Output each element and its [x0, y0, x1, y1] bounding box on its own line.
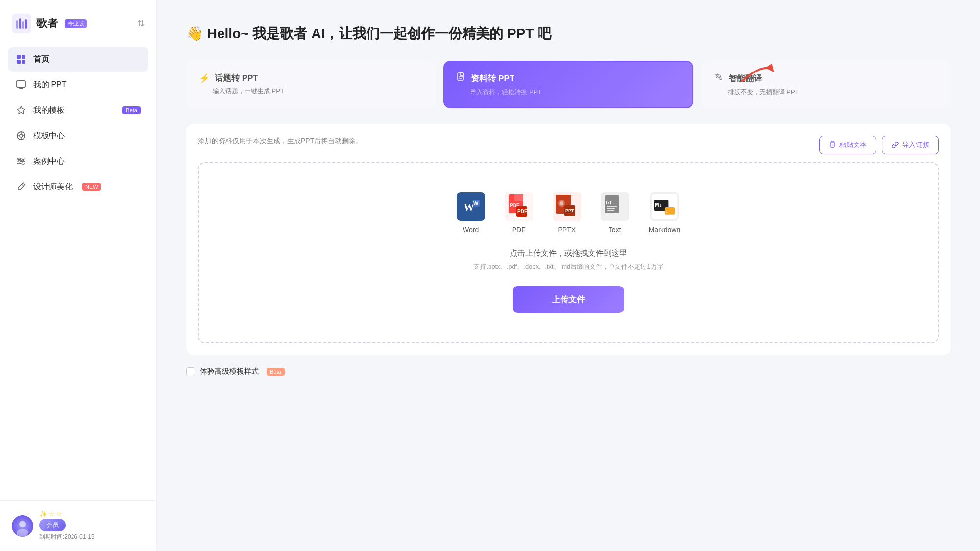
file-icon-markdown: M↓ ↓ Markdown [649, 192, 681, 234]
markdown-label: Markdown [649, 226, 681, 234]
svg-rect-3 [22, 21, 24, 29]
new-badge: NEW [82, 183, 101, 191]
svg-text:W: W [473, 200, 479, 206]
sidebar-header: 歌者 专业版 ⇅ [0, 0, 156, 43]
logo-text: 歌者 [36, 16, 58, 31]
svg-point-20 [19, 521, 26, 527]
pen-icon [16, 181, 26, 192]
tab-translate-desc: 排版不变，无损翻译 PPT [714, 88, 938, 96]
sidebar-item-label: 设计师美化 [33, 182, 73, 192]
svg-rect-8 [22, 60, 25, 64]
dropzone-main-text: 点击上传文件，或拖拽文件到这里 [473, 248, 663, 259]
advanced-template-checkbox[interactable] [186, 367, 195, 376]
sidebar-item-my-template[interactable]: 我的模板 Beta [8, 98, 148, 122]
sidebar-item-label: 案例中心 [33, 156, 65, 167]
upload-button[interactable]: 上传文件 [513, 286, 624, 313]
document-icon [456, 72, 466, 85]
tab-translate-header: 智能翻译 [714, 72, 938, 85]
layout-icon [16, 130, 26, 141]
svg-rect-5 [17, 55, 21, 59]
tab-topic-desc: 输入话题，一键生成 PPT [199, 87, 423, 96]
upload-section: 添加的资料仅用于本次生成，生成PPT后将自动删除。 粘贴文本 [186, 124, 951, 355]
user-expiry: 到期时间:2026-01-15 [39, 533, 145, 541]
sidebar-item-label: 模板中心 [33, 131, 65, 141]
tab-cards: ⚡ 话题转 PPT 输入话题，一键生成 PPT 资 [186, 61, 951, 108]
user-stars: ✨ ☆ ☆ [39, 510, 145, 518]
dropzone-text: 点击上传文件，或拖拽文件到这里 支持.pptx、.pdf、.docx、.txt、… [473, 248, 663, 271]
sidebar-footer: ✨ ☆ ☆ 会员 到期时间:2026-01-15 [0, 500, 156, 551]
star-icon [16, 105, 26, 116]
svg-rect-0 [12, 14, 31, 33]
grid-icon [16, 54, 26, 65]
sidebar-item-designer[interactable]: 设计师美化 NEW [8, 174, 148, 199]
checkbox-row: 体验高级模板样式 Beta [186, 367, 951, 376]
member-button[interactable]: 会员 [39, 519, 66, 531]
tab-cards-wrapper: ⚡ 话题转 PPT 输入话题，一键生成 PPT 资 [186, 61, 951, 108]
upload-actions: 粘贴文本 导入链接 [819, 136, 939, 154]
paste-text-button[interactable]: 粘贴文本 [819, 136, 876, 154]
svg-text:PPT: PPT [565, 208, 574, 213]
tab-topic-header: ⚡ 话题转 PPT [199, 72, 423, 84]
pptx-label: PPTX [558, 226, 576, 234]
tab-topic-title: 话题转 PPT [215, 72, 258, 84]
avatar [12, 515, 33, 537]
pdf-label: PDF [512, 226, 526, 234]
tab-material[interactable]: 资料转 PPT 导入资料，轻松转换 PPT [443, 61, 693, 108]
pro-badge: 专业版 [65, 19, 87, 28]
import-link-button[interactable]: 导入链接 [882, 136, 939, 154]
tab-material-title: 资料转 PPT [471, 73, 514, 84]
sidebar-item-my-ppt[interactable]: 我的 PPT [8, 72, 148, 97]
svg-rect-4 [25, 19, 27, 29]
file-icon-pptx: PPT PPTX [553, 192, 581, 234]
user-info: ✨ ☆ ☆ 会员 到期时间:2026-01-15 [39, 510, 145, 541]
svg-rect-28 [832, 141, 833, 143]
translate-icon [714, 72, 724, 85]
sidebar-item-label: 首页 [33, 54, 49, 65]
svg-text:W: W [464, 201, 474, 213]
svg-line-18 [22, 184, 24, 186]
user-area: ✨ ☆ ☆ 会员 到期时间:2026-01-15 [12, 510, 145, 541]
link-icon [891, 141, 899, 149]
tab-material-desc: 导入资料，轻松转换 PPT [456, 88, 680, 96]
sidebar-item-template-center[interactable]: 模板中心 [8, 123, 148, 148]
upload-tip: 添加的资料仅用于本次生成，生成PPT后将自动删除。 [198, 137, 362, 145]
file-icons: W W Word PDF [457, 192, 681, 234]
svg-text:M↓: M↓ [655, 201, 662, 209]
tab-topic[interactable]: ⚡ 话题转 PPT 输入话题，一键生成 PPT [186, 61, 436, 108]
word-label: Word [463, 226, 479, 234]
sidebar-item-home[interactable]: 首页 [8, 47, 148, 72]
navigation: 首页 我的 PPT 我的模板 Beta [0, 43, 156, 500]
text-icon: txt [601, 192, 629, 221]
file-icon-text: txt Text [601, 192, 629, 234]
svg-point-13 [20, 134, 23, 137]
svg-text:PDF: PDF [517, 209, 527, 214]
sidebar-item-case-center[interactable]: 案例中心 [8, 149, 148, 173]
logo-area: 歌者 专业版 [12, 14, 87, 33]
word-icon: W W [457, 192, 485, 221]
tab-material-header: 资料转 PPT [456, 72, 680, 85]
checkbox-beta-badge: Beta [267, 368, 285, 376]
sidebar-item-label: 我的模板 [33, 105, 65, 116]
dropzone-sub-text: 支持.pptx、.pdf、.docx、.txt、.md后缀的文件，单文件不超过1… [473, 263, 663, 271]
checkbox-label: 体验高级模板样式 [200, 367, 259, 376]
main-content: 👋 Hello~ 我是歌者 AI，让我们一起创作一份精美的 PPT 吧 ⚡ 话题… [157, 0, 980, 551]
tab-translate[interactable]: 智能翻译 排版不变，无损翻译 PPT [701, 61, 951, 108]
tab-translate-title: 智能翻译 [729, 73, 762, 84]
sidebar: 歌者 专业版 ⇅ 首页 [0, 0, 157, 551]
pdf-icon: PDF PDF [505, 192, 533, 221]
paste-icon [829, 141, 836, 149]
dropzone[interactable]: W W Word PDF [198, 162, 939, 343]
svg-rect-7 [17, 60, 21, 64]
markdown-icon: M↓ ↓ [650, 192, 679, 221]
logo-icon [12, 14, 31, 33]
compass-icon [16, 156, 26, 167]
svg-rect-6 [22, 55, 25, 59]
monitor-icon [16, 79, 26, 90]
collapse-button[interactable]: ⇅ [137, 18, 145, 29]
svg-rect-1 [16, 20, 18, 29]
file-icon-word: W W Word [457, 192, 485, 234]
svg-point-21 [17, 529, 28, 537]
svg-text:txt: txt [606, 200, 611, 205]
sidebar-item-label: 我的 PPT [33, 80, 67, 90]
svg-rect-37 [514, 194, 523, 201]
